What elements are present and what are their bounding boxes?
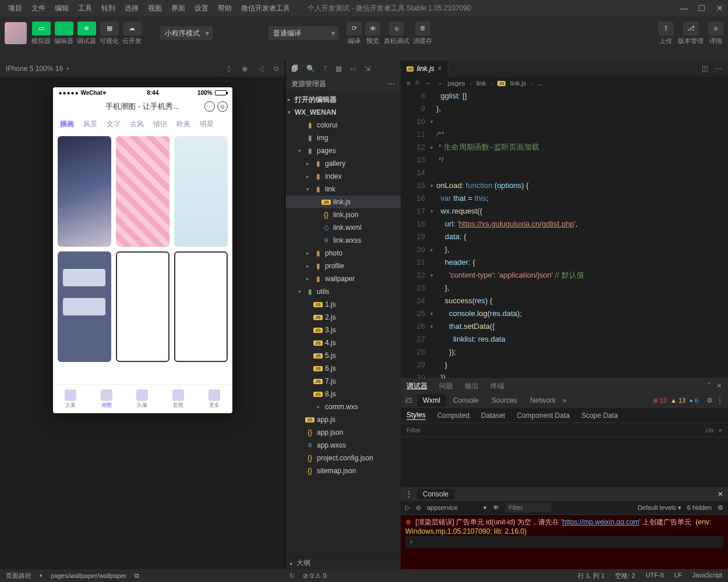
breadcrumb[interactable]: ≡ ⚐ ← → pages› link› JSlink.js› ... [401, 77, 728, 90]
menu-选择[interactable]: 选择 [121, 2, 142, 15]
close-icon[interactable]: × [438, 65, 442, 73]
forward-icon[interactable]: → [436, 80, 443, 87]
file-utils[interactable]: ▾▮utils [285, 285, 401, 298]
nav-潮图[interactable]: 潮图 [101, 389, 112, 409]
error-badge[interactable]: ⊗ 13 [653, 397, 667, 404]
console-menu-icon[interactable]: ⋮ [405, 490, 412, 498]
file-app.js[interactable]: JSapp.js [285, 413, 401, 426]
files-icon[interactable]: 🗐 [291, 65, 298, 73]
inspect-icon[interactable]: ⮹ [405, 396, 412, 404]
styletab-Styles[interactable]: Styles [407, 411, 426, 420]
levels-select[interactable]: Default levels ▾ [638, 504, 681, 512]
more-icon[interactable]: ⋮ [716, 396, 723, 404]
file-4.js[interactable]: JS4.js [285, 336, 401, 349]
device-icon[interactable]: ▯ [227, 65, 231, 73]
console-filter[interactable]: Filter [505, 503, 552, 512]
bookmark-icon[interactable]: ⚐ [415, 80, 420, 87]
file-colorui[interactable]: ▮colorui [285, 119, 401, 132]
tab-情侣[interactable]: 情侣 [153, 119, 167, 129]
tab-风景[interactable]: 风景 [83, 119, 97, 129]
menu-帮助[interactable]: 帮助 [214, 2, 235, 15]
版本管理-button[interactable]: ⎇ [683, 22, 698, 36]
styletab-Component Data[interactable]: Component Data [517, 411, 570, 420]
code-editor[interactable]: 8910▾1112▸131415▾1617▾181920▸2122▾232425… [401, 90, 728, 378]
编译-button[interactable]: ⟳ [347, 22, 362, 36]
menu-转到[interactable]: 转到 [98, 2, 119, 15]
file-photo[interactable]: ▸▮photo [285, 247, 401, 260]
云开发-button[interactable]: ☁ [123, 22, 142, 36]
console-tab[interactable]: Console [417, 489, 454, 499]
status-空格: 2[interactable]: 空格: 2 [615, 572, 635, 580]
play-icon[interactable]: ▷ [405, 504, 410, 512]
file-img[interactable]: ▮img [285, 132, 401, 144]
menu-项目[interactable]: 项目 [5, 2, 26, 15]
refresh-icon[interactable]: ↻ [289, 572, 295, 580]
page-path[interactable]: pages/wallpaper/wallpaper [51, 572, 126, 579]
wallpaper-tile[interactable] [174, 136, 228, 247]
file-6.js[interactable]: JS6.js [285, 362, 401, 375]
style-filter[interactable]: Filter [407, 427, 420, 434]
wallpaper-tile[interactable] [116, 136, 169, 247]
hidden-count[interactable]: 6 hidden [687, 504, 712, 512]
可视化-button[interactable]: ▦ [100, 22, 119, 36]
info-badge[interactable]: ● 6 [689, 397, 698, 404]
styletab-Computed[interactable]: Computed [437, 411, 469, 420]
more-icon[interactable]: ⋯ [715, 65, 722, 73]
menu-视图[interactable]: 视图 [144, 2, 165, 15]
mute-icon[interactable]: ◁ [258, 65, 263, 73]
split-icon[interactable]: ◫ [702, 65, 708, 73]
list-icon[interactable]: ≡ [407, 80, 410, 87]
tab-文字[interactable]: 文字 [107, 119, 121, 129]
search-icon[interactable]: 🔍 [306, 65, 315, 73]
menu-界面[interactable]: 界面 [168, 2, 189, 15]
wallpaper-tile[interactable] [58, 251, 111, 362]
file-link.js[interactable]: JSlink.js [285, 196, 401, 208]
styletab-Scope Data[interactable]: Scope Data [581, 411, 618, 420]
add-icon[interactable]: + [719, 427, 722, 434]
nav-头像[interactable]: 头像 [136, 389, 148, 409]
collapse-icon[interactable]: ˄ [707, 382, 711, 390]
file-app.wxss[interactable]: ≡app.wxss [285, 439, 401, 452]
status-行 1, 列 1[interactable]: 行 1, 列 1 [578, 572, 605, 580]
cls-toggle[interactable]: .cls [704, 427, 714, 434]
copy-icon[interactable]: ⧉ [274, 65, 279, 73]
device-label[interactable]: iPhone 5 100% 16 [6, 65, 63, 73]
outline-title[interactable]: 大纲 [296, 558, 310, 568]
file-1.js[interactable]: JS1.js [285, 298, 401, 311]
branch-icon[interactable]: ᛘ [323, 65, 327, 73]
file-pages[interactable]: ▾▮pages [285, 144, 401, 157]
record-icon[interactable]: ◉ [242, 65, 248, 73]
调试器-button[interactable]: ≋ [77, 22, 96, 36]
file-comm.wxs[interactable]: ▪comm.wxs [285, 400, 401, 413]
file-profile[interactable]: ▸▮profile [285, 260, 401, 272]
menu-文件[interactable]: 文件 [28, 2, 49, 15]
file-link.wxss[interactable]: ≡link.wxss [285, 234, 401, 247]
dbgtab-终端[interactable]: 终端 [490, 381, 504, 391]
error-count[interactable]: ⊘ 0 ⚠ 0 [303, 572, 326, 580]
eye-icon[interactable]: 👁 [493, 504, 499, 511]
clear-icon[interactable]: ⊘ [416, 504, 421, 512]
section-WX_WENAN[interactable]: ▾WX_WENAN [285, 106, 401, 119]
tab-古风[interactable]: 古风 [130, 119, 144, 129]
tab-插画[interactable]: 插画 [60, 119, 74, 129]
file-link.wxml[interactable]: ◇link.wxml [285, 221, 401, 234]
context-select[interactable]: appservice▾ [427, 504, 487, 512]
layout-icon[interactable]: ▭ [350, 65, 356, 73]
file-gallery[interactable]: ▸▮gallery [285, 157, 401, 170]
nav-更多[interactable]: 更多 [208, 389, 220, 409]
warn-badge[interactable]: ▲ 13 [670, 397, 685, 404]
wallpaper-tile[interactable] [116, 251, 169, 362]
清缓存-button[interactable]: ≣ [415, 22, 430, 36]
wallpaper-tile[interactable] [58, 136, 111, 247]
devtab-Network[interactable]: Network [524, 394, 561, 407]
devtab-Console[interactable]: Console [447, 394, 485, 407]
more-icon[interactable]: » [563, 396, 567, 404]
file-link[interactable]: ▾▮link [285, 183, 401, 196]
menu-微信开发者工具[interactable]: 微信开发者工具 [238, 2, 294, 15]
file-app.json[interactable]: {}app.json [285, 426, 401, 439]
mode-select[interactable]: 小程序模式 [160, 26, 213, 40]
模拟器-button[interactable]: ▭ [32, 22, 51, 36]
file-5.js[interactable]: JS5.js [285, 349, 401, 362]
file-index[interactable]: ▸▮index [285, 170, 401, 183]
maximize-icon[interactable]: ☐ [698, 3, 706, 13]
